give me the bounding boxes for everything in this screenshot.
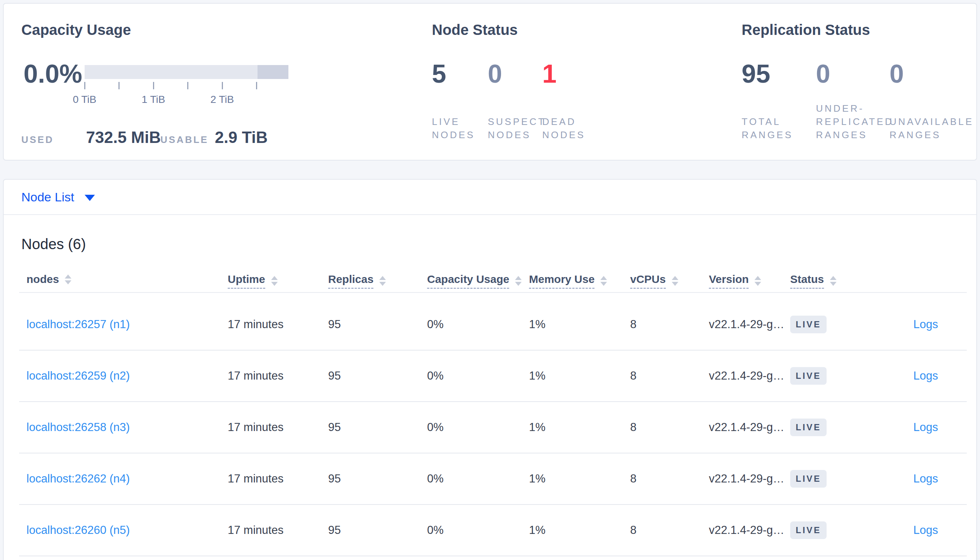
sort-icon [65, 275, 71, 284]
capacity-usage-cell: 0% [427, 350, 444, 401]
column-header-status[interactable]: Status [790, 273, 836, 289]
vcpus-cell: 8 [630, 299, 636, 350]
node-list-dropdown-label: Node List [21, 190, 74, 204]
sort-icon [271, 276, 278, 286]
column-header-label: Memory Use [529, 273, 594, 289]
used-value: 732.5 MiB [86, 128, 161, 147]
column-header-nodes[interactable]: nodes [27, 273, 71, 285]
tick-mark [187, 82, 188, 89]
node-status-title: Node Status [432, 21, 518, 38]
status-badge: LIVE [790, 367, 826, 385]
column-header-label: Replicas [328, 273, 373, 289]
table-row: localhost:26257 (n1)17 minutes950%1%8v22… [19, 299, 967, 350]
node-status-labels: LIVENODESSUSPECTNODESDEADNODES [432, 102, 638, 142]
memory-use-cell: 1% [529, 453, 545, 504]
replication-status-section: Replication Status 9500 TOTALRANGESUNDER… [742, 21, 970, 146]
memory-use-cell: 1% [529, 350, 545, 401]
table-row: localhost:26258 (n3)17 minutes950%1%8v22… [19, 402, 967, 453]
replication-status-title: Replication Status [742, 21, 870, 38]
column-header-label: Version [709, 273, 749, 289]
status-cell: LIVE [790, 505, 826, 556]
status-badge: LIVE [790, 418, 826, 436]
tick-mark [119, 82, 120, 89]
uptime-cell: 17 minutes [228, 505, 284, 556]
stat-value: 1 [542, 61, 557, 87]
replicas-cell: 95 [328, 453, 341, 504]
capacity-usage-cell: 0% [427, 402, 444, 453]
replicas-cell: 95 [328, 299, 341, 350]
node-link[interactable]: localhost:26259 (n2) [27, 369, 130, 383]
table-row: localhost:26260 (n5)17 minutes950%1%8v22… [19, 505, 967, 556]
uptime-cell: 17 minutes [228, 402, 284, 453]
status-badge: LIVE [790, 316, 826, 333]
stat-value: 0 [890, 61, 904, 87]
column-header-label: Uptime [228, 273, 265, 289]
tick-label: 2 TiB [196, 94, 248, 105]
tick-mark [84, 82, 85, 89]
status-badge: LIVE [790, 470, 826, 488]
column-header-version[interactable]: Version [709, 273, 761, 289]
column-header-memory-use[interactable]: Memory Use [529, 273, 607, 289]
stat-value: 0 [816, 61, 830, 87]
replication-status-labels: TOTALRANGESUNDER-REPLICATEDRANGESUNAVAIL… [742, 102, 970, 142]
vcpus-cell: 8 [630, 505, 636, 556]
node-link[interactable]: localhost:26260 (n5) [27, 523, 130, 537]
tick-mark [222, 82, 223, 89]
column-header-vcpus[interactable]: vCPUs [630, 273, 678, 289]
replicas-cell: 95 [328, 402, 341, 453]
version-cell: v22.1.4-29-g… [709, 299, 784, 350]
status-cell: LIVE [790, 402, 826, 453]
vcpus-cell: 8 [630, 402, 636, 453]
capacity-title: Capacity Usage [21, 21, 131, 38]
table-header-row: nodesUptimeReplicasCapacity UsageMemory … [19, 272, 967, 293]
stat-value: 95 [742, 61, 770, 87]
logs-link[interactable]: Logs [913, 505, 938, 556]
column-header-label: nodes [27, 273, 59, 285]
capacity-usage-cell: 0% [427, 299, 444, 350]
memory-use-cell: 1% [529, 299, 545, 350]
capacity-usage-cell: 0% [427, 505, 444, 556]
usable-value: 2.9 TiB [215, 128, 268, 147]
uptime-cell: 17 minutes [228, 350, 284, 401]
node-cell: localhost:26257 (n1) [27, 299, 130, 350]
vcpus-cell: 8 [630, 350, 636, 401]
table-row: localhost:26259 (n2)17 minutes950%1%8v22… [19, 350, 967, 402]
column-header-replicas[interactable]: Replicas [328, 273, 386, 289]
capacity-section: Capacity Usage 0.0% 0 TiB 1 TiB 2 TiB US… [21, 21, 308, 146]
node-list-dropdown[interactable]: Node List [21, 180, 95, 214]
stat-label: UNDER-REPLICATEDRANGES [816, 102, 893, 142]
memory-use-cell: 1% [529, 402, 545, 453]
tick-label: 1 TiB [128, 94, 179, 105]
column-header-uptime[interactable]: Uptime [228, 273, 278, 289]
logs-link[interactable]: Logs [913, 402, 938, 453]
table-body: localhost:26257 (n1)17 minutes950%1%8v22… [19, 299, 967, 556]
stat-value: 0 [488, 61, 502, 87]
column-header-label: vCPUs [630, 273, 666, 289]
sort-icon [830, 276, 836, 286]
vcpus-cell: 8 [630, 453, 636, 504]
node-link[interactable]: localhost:26258 (n3) [27, 421, 130, 434]
memory-use-cell: 1% [529, 505, 545, 556]
tick-mark [153, 82, 154, 89]
logs-link[interactable]: Logs [913, 453, 938, 504]
node-cell: localhost:26259 (n2) [27, 350, 130, 401]
replicas-cell: 95 [328, 505, 341, 556]
column-header-capacity-usage[interactable]: Capacity Usage [427, 273, 522, 289]
capacity-used-usable: USED 732.5 MiB USABLE 2.9 TiB [21, 128, 308, 150]
node-link[interactable]: localhost:26257 (n1) [27, 318, 130, 331]
logs-link[interactable]: Logs [913, 299, 938, 350]
column-header-label: Status [790, 273, 824, 289]
node-list-card: Node List Nodes (6) nodesUptimeReplicasC… [3, 179, 977, 560]
version-cell: v22.1.4-29-g… [709, 453, 784, 504]
tick-label: 0 TiB [59, 94, 110, 105]
stat-label: UNAVAILABLERANGES [890, 115, 974, 142]
sort-icon [515, 276, 522, 286]
logs-link[interactable]: Logs [913, 350, 938, 401]
uptime-cell: 17 minutes [228, 453, 284, 504]
sort-icon [672, 276, 678, 286]
node-cell: localhost:26258 (n3) [27, 402, 130, 453]
capacity-usage-cell: 0% [427, 453, 444, 504]
table-row: localhost:26262 (n4)17 minutes950%1%8v22… [19, 453, 967, 505]
node-link[interactable]: localhost:26262 (n4) [27, 472, 130, 485]
stat-label: SUSPECTNODES [488, 115, 546, 142]
